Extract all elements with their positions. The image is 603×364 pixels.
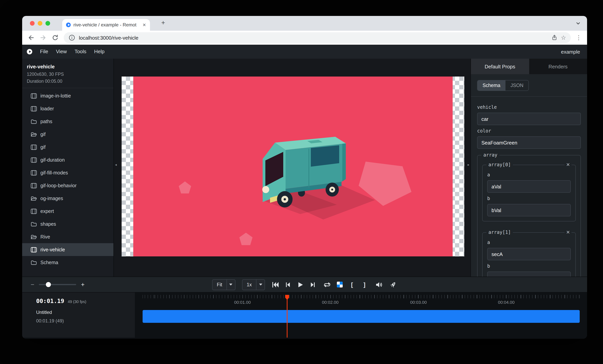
- browser-tab[interactable]: rive-vehicle / example - Remot ✕: [62, 19, 150, 31]
- menu-help[interactable]: Help: [90, 45, 109, 59]
- array-1-a-field[interactable]: [487, 248, 571, 260]
- color-field[interactable]: [477, 136, 581, 149]
- zoom-slider[interactable]: [39, 284, 76, 285]
- sidebar-item-gif-fill-modes[interactable]: gif-fill-modes: [22, 166, 114, 179]
- folder-open-icon: [31, 234, 37, 239]
- speed-dropdown[interactable]: 1x: [242, 279, 265, 290]
- tab-renders[interactable]: Renders: [529, 59, 587, 74]
- folder-icon: [31, 221, 37, 227]
- array-0-a-field[interactable]: [487, 180, 571, 193]
- tab-favicon-icon: [66, 23, 71, 27]
- zoom-in-button[interactable]: +: [81, 281, 85, 288]
- browser-tab-strip: rive-vehicle / example - Remot ✕ +: [22, 16, 587, 31]
- sidebar-item-gif-folder[interactable]: gif: [22, 128, 114, 141]
- new-tab-button[interactable]: +: [161, 19, 165, 26]
- app-logo-icon[interactable]: [27, 49, 32, 54]
- share-icon[interactable]: [551, 34, 557, 41]
- speed-dropdown-value: 1x: [243, 282, 256, 287]
- site-info-icon[interactable]: [68, 34, 75, 41]
- menu-view[interactable]: View: [52, 45, 71, 59]
- render-rocket-icon[interactable]: [388, 279, 399, 290]
- vehicle-illustration: [133, 77, 453, 256]
- fit-dropdown-value: Fit: [212, 282, 227, 287]
- menu-file[interactable]: File: [36, 45, 52, 59]
- forward-icon[interactable]: [40, 34, 47, 41]
- previous-frame-button[interactable]: [284, 281, 292, 288]
- checkerboard-icon: [337, 282, 342, 287]
- timeline-ruler-area[interactable]: 00:01.00 00:02.00 00:03.00 00:04.00: [143, 293, 587, 339]
- sidebar-item-gif-duration[interactable]: gif-duration: [22, 153, 114, 166]
- sidebar-item-paths[interactable]: paths: [22, 115, 114, 128]
- track-time: 00:01.19 (49): [36, 318, 135, 324]
- playhead[interactable]: [287, 296, 288, 338]
- composition-resolution: 1200x630, 30 FPS: [27, 72, 109, 77]
- props-mode-row: Schema JSON: [471, 74, 587, 97]
- folder-open-icon: [31, 196, 37, 201]
- maximize-window-button[interactable]: [46, 21, 50, 26]
- back-icon[interactable]: [28, 34, 35, 41]
- zoom-slider-knob[interactable]: [46, 282, 51, 287]
- vehicle-field[interactable]: [477, 113, 581, 125]
- transparency-checkerboard-toggle[interactable]: [336, 281, 343, 288]
- playhead-handle[interactable]: [285, 295, 289, 300]
- sidebar-item-expert[interactable]: expert: [22, 205, 114, 217]
- array-0-b-field[interactable]: [487, 204, 571, 216]
- timeline-info-panel: 00:01.19 49 (30 fps) Untitled 00:01.19 (…: [22, 293, 135, 338]
- minimize-window-button[interactable]: [38, 21, 42, 26]
- set-out-point-button[interactable]: ]: [360, 281, 368, 288]
- browser-menu-icon[interactable]: ⋮: [576, 34, 582, 41]
- jump-to-start-button[interactable]: [272, 281, 279, 288]
- ruler-label: 00:01.00: [234, 300, 251, 305]
- sidebar-item-shapes[interactable]: shapes: [22, 217, 114, 230]
- bookmark-star-icon[interactable]: ☆: [561, 34, 566, 41]
- zoom-controls: − +: [31, 281, 84, 288]
- array-label: array: [481, 152, 499, 158]
- remove-array-item-0-icon[interactable]: ✕: [565, 162, 571, 167]
- tab-list-chevron-icon[interactable]: [575, 21, 581, 26]
- playback-toolbar: − + Fit 1x: [22, 277, 587, 292]
- menu-tools[interactable]: Tools: [71, 45, 90, 59]
- timeline-track-bar[interactable]: [143, 310, 580, 323]
- sidebar-item-gif-loop-behavior[interactable]: gif-loop-behavior: [22, 179, 114, 192]
- fit-dropdown[interactable]: Fit: [212, 279, 235, 290]
- sidebar-item-rive-vehicle[interactable]: rive-vehicle: [22, 243, 114, 256]
- zoom-out-button[interactable]: −: [31, 281, 35, 288]
- array-item-1-label: array[1]: [487, 230, 513, 235]
- sidebar-item-og-images[interactable]: og-images: [22, 192, 114, 205]
- collapse-left-panel-icon[interactable]: ◂: [115, 163, 117, 167]
- play-button[interactable]: [296, 281, 304, 288]
- ruler-ticks[interactable]: [143, 295, 580, 298]
- ruler-label: 00:03.00: [410, 300, 427, 305]
- url-bar[interactable]: localhost:3000/rive-vehicle ☆: [64, 32, 571, 43]
- array-0-b-label: b: [487, 196, 571, 201]
- compositions-sidebar: rive-vehicle 1200x630, 30 FPS Duration 0…: [22, 59, 114, 277]
- sidebar-item-gif[interactable]: gif: [22, 141, 114, 153]
- sidebar-item-loader[interactable]: loader: [22, 102, 114, 115]
- reload-icon[interactable]: [52, 34, 59, 41]
- loop-toggle-icon[interactable]: [323, 281, 331, 288]
- next-frame-button[interactable]: [309, 281, 317, 288]
- array-1-b-field[interactable]: [487, 272, 571, 277]
- props-panel-tabs: Default Props Renders: [471, 59, 587, 74]
- fit-dropdown-caret[interactable]: [227, 280, 235, 290]
- tab-default-props[interactable]: Default Props: [471, 59, 529, 74]
- sidebar-item-schema[interactable]: Schema: [22, 256, 114, 269]
- track-name: Untitled: [36, 310, 135, 315]
- remove-array-item-1-icon[interactable]: ✕: [565, 230, 571, 235]
- window-controls: [30, 21, 50, 26]
- volume-icon[interactable]: [375, 281, 383, 288]
- sidebar-item-image-in-lottie[interactable]: image-in-lottie: [22, 89, 114, 102]
- composition-icon: [31, 93, 37, 99]
- folder-icon: [31, 119, 37, 124]
- tab-close-icon[interactable]: ✕: [143, 22, 146, 27]
- sidebar-header: rive-vehicle 1200x630, 30 FPS Duration 0…: [22, 59, 114, 88]
- speed-dropdown-caret[interactable]: [256, 280, 265, 290]
- url-text[interactable]: localhost:3000/rive-vehicle: [79, 35, 548, 41]
- composition-icon: [31, 183, 37, 188]
- close-window-button[interactable]: [30, 21, 35, 26]
- tab-schema[interactable]: Schema: [477, 80, 506, 91]
- sidebar-item-rive-folder[interactable]: Rive: [22, 230, 114, 243]
- set-in-point-button[interactable]: [: [348, 281, 356, 288]
- collapse-right-panel-icon[interactable]: ▸: [468, 163, 469, 167]
- tab-json[interactable]: JSON: [506, 80, 529, 91]
